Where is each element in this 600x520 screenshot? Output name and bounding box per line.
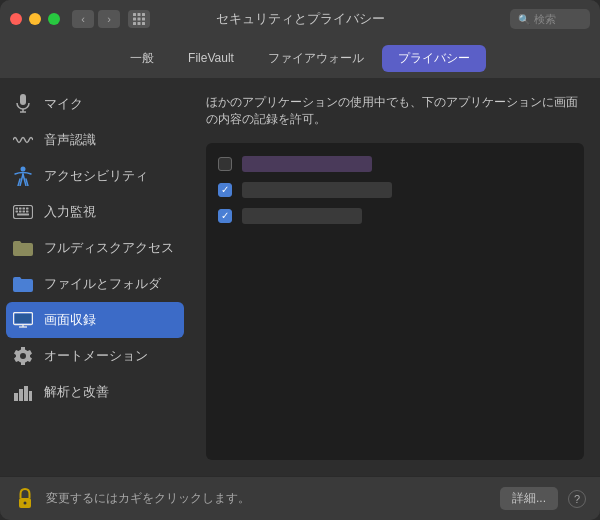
keyboard-icon xyxy=(12,201,34,223)
sidebar-item-input-monitoring[interactable]: 入力監視 xyxy=(0,194,190,230)
svg-rect-3 xyxy=(133,18,136,21)
sidebar-item-analytics[interactable]: 解析と改善 xyxy=(0,374,190,410)
lock-icon[interactable] xyxy=(14,488,36,510)
app-checkbox-1[interactable] xyxy=(218,183,232,197)
svg-rect-9 xyxy=(20,94,26,105)
svg-rect-21 xyxy=(23,211,26,213)
chart-icon xyxy=(12,381,34,403)
app-name-bar-1 xyxy=(242,182,392,198)
app-checkbox-2[interactable] xyxy=(218,209,232,223)
sidebar-item-accessibility[interactable]: アクセシビリティ xyxy=(0,158,190,194)
svg-rect-5 xyxy=(142,18,145,21)
help-button[interactable]: ? xyxy=(568,490,586,508)
sidebar-item-label: 入力監視 xyxy=(44,204,96,221)
close-button[interactable] xyxy=(10,13,22,25)
app-grid-button[interactable] xyxy=(128,10,150,28)
svg-rect-20 xyxy=(19,211,22,213)
app-list-box xyxy=(206,143,584,461)
svg-rect-7 xyxy=(138,22,141,25)
tab-bar: 一般 FileVault ファイアウォール プライバシー xyxy=(0,38,600,78)
sidebar-item-label: アクセシビリティ xyxy=(44,168,148,185)
accessibility-icon xyxy=(12,165,34,187)
sidebar-item-screen-recording[interactable]: 画面収録 xyxy=(6,302,184,338)
list-item xyxy=(214,203,576,229)
main-content: マイク 音声認識 xyxy=(0,78,600,476)
screen-icon xyxy=(12,309,34,331)
sidebar-item-label: オートメーション xyxy=(44,348,148,365)
tab-general[interactable]: 一般 xyxy=(114,45,170,72)
search-bar[interactable]: 🔍 検索 xyxy=(510,9,590,29)
svg-rect-30 xyxy=(19,389,23,401)
gear-icon xyxy=(12,345,34,367)
sidebar-item-label: 画面収録 xyxy=(44,312,96,329)
folder-blue-icon xyxy=(12,273,34,295)
search-icon: 🔍 xyxy=(518,14,530,25)
bottom-bar: 変更するにはカギをクリックします。 詳細... ? xyxy=(0,476,600,520)
sidebar-item-label: ファイルとフォルダ xyxy=(44,276,161,293)
svg-rect-2 xyxy=(142,13,145,16)
sidebar-item-microphone[interactable]: マイク xyxy=(0,86,190,122)
svg-point-34 xyxy=(24,501,27,504)
title-bar: ‹ › セキュリティとプライバシー 🔍 検索 xyxy=(0,0,600,38)
sidebar-item-label: マイク xyxy=(44,96,83,113)
svg-rect-17 xyxy=(23,208,26,210)
back-button[interactable]: ‹ xyxy=(72,10,94,28)
tab-firewall[interactable]: ファイアウォール xyxy=(252,45,380,72)
detail-button[interactable]: 詳細... xyxy=(500,487,558,510)
list-item xyxy=(214,151,576,177)
svg-rect-32 xyxy=(29,391,32,401)
sidebar: マイク 音声認識 xyxy=(0,78,190,476)
lock-label: 変更するにはカギをクリックします。 xyxy=(46,491,490,506)
tab-filevault[interactable]: FileVault xyxy=(172,46,250,70)
description-text: ほかのアプリケーションの使用中でも、下のアプリケーションに画面の内容の記録を許可… xyxy=(206,94,584,129)
svg-rect-16 xyxy=(19,208,22,210)
svg-rect-18 xyxy=(26,208,29,210)
svg-rect-15 xyxy=(16,208,19,210)
main-window: ‹ › セキュリティとプライバシー 🔍 検索 xyxy=(0,0,600,520)
app-name-bar-0 xyxy=(242,156,372,172)
sidebar-item-label: フルディスクアクセス xyxy=(44,240,174,257)
svg-rect-23 xyxy=(17,214,29,216)
right-panel: ほかのアプリケーションの使用中でも、下のアプリケーションに画面の内容の記録を許可… xyxy=(190,78,600,476)
svg-rect-1 xyxy=(138,13,141,16)
list-item xyxy=(214,177,576,203)
minimize-button[interactable] xyxy=(29,13,41,25)
svg-rect-31 xyxy=(24,386,28,401)
waveform-icon xyxy=(12,129,34,151)
svg-rect-4 xyxy=(138,18,141,21)
svg-rect-27 xyxy=(15,314,31,323)
svg-rect-8 xyxy=(142,22,145,25)
app-name-bar-2 xyxy=(242,208,362,224)
svg-rect-22 xyxy=(26,211,29,213)
svg-rect-0 xyxy=(133,13,136,16)
sidebar-item-label: 解析と改善 xyxy=(44,384,109,401)
sidebar-item-full-disk[interactable]: フルディスクアクセス xyxy=(0,230,190,266)
svg-rect-29 xyxy=(14,393,18,401)
maximize-button[interactable] xyxy=(48,13,60,25)
forward-button[interactable]: › xyxy=(98,10,120,28)
traffic-lights xyxy=(10,13,60,25)
svg-rect-6 xyxy=(133,22,136,25)
mic-icon xyxy=(12,93,34,115)
sidebar-item-speech[interactable]: 音声認識 xyxy=(0,122,190,158)
window-title: セキュリティとプライバシー xyxy=(216,10,385,28)
tab-privacy[interactable]: プライバシー xyxy=(382,45,486,72)
nav-buttons: ‹ › xyxy=(72,10,150,28)
sidebar-item-files-folders[interactable]: ファイルとフォルダ xyxy=(0,266,190,302)
svg-point-28 xyxy=(20,353,26,359)
search-label: 検索 xyxy=(534,12,556,27)
folder-icon xyxy=(12,237,34,259)
svg-point-13 xyxy=(21,167,26,172)
svg-rect-19 xyxy=(16,211,19,213)
app-checkbox-0[interactable] xyxy=(218,157,232,171)
sidebar-item-label: 音声認識 xyxy=(44,132,96,149)
sidebar-item-automation[interactable]: オートメーション xyxy=(0,338,190,374)
